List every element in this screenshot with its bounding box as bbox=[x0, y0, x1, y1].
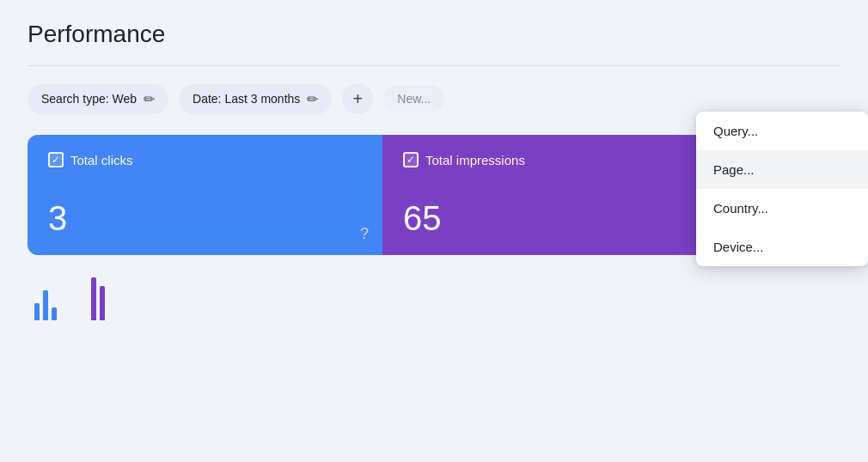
new-button-label: New... bbox=[397, 92, 431, 106]
filter-bar: Search type: Web ✏ Date: Last 3 months ✏… bbox=[28, 83, 840, 114]
metric-card-total-impressions: ✓ Total impressions 65 ? bbox=[382, 135, 737, 255]
search-type-label: Search type: Web bbox=[41, 92, 137, 106]
clicks-help-icon[interactable]: ? bbox=[360, 225, 369, 243]
dropdown-item-page[interactable]: Page... bbox=[696, 150, 868, 189]
clicks-checkmark: ✓ bbox=[52, 155, 60, 165]
metric-header-impressions: ✓ Total impressions bbox=[403, 152, 717, 167]
page-container: Performance Search type: Web ✏ Date: Las… bbox=[0, 0, 868, 341]
clicks-checkbox[interactable]: ✓ bbox=[48, 152, 64, 167]
metric-header-clicks: ✓ Total clicks bbox=[48, 152, 362, 167]
chart-bar bbox=[52, 307, 57, 320]
divider bbox=[28, 65, 840, 66]
chart-group-2 bbox=[91, 277, 105, 320]
chart-bar bbox=[43, 290, 48, 320]
dropdown-menu: Query... Page... Country... Device... bbox=[696, 112, 868, 266]
clicks-label: Total clicks bbox=[70, 153, 133, 167]
new-button[interactable]: New... bbox=[383, 85, 444, 112]
impressions-checkbox[interactable]: ✓ bbox=[403, 152, 419, 167]
clicks-value: 3 bbox=[48, 199, 362, 238]
impressions-label: Total impressions bbox=[425, 153, 525, 167]
dropdown-item-country[interactable]: Country... bbox=[696, 189, 868, 228]
search-type-edit-icon: ✏ bbox=[144, 91, 155, 107]
date-edit-icon: ✏ bbox=[307, 91, 318, 107]
page-title: Performance bbox=[28, 21, 840, 48]
impressions-checkmark: ✓ bbox=[406, 155, 415, 165]
add-icon: + bbox=[352, 89, 363, 109]
chart-group-1 bbox=[34, 290, 57, 320]
date-label: Date: Last 3 months bbox=[193, 92, 300, 106]
chart-area bbox=[28, 269, 840, 320]
impressions-value: 65 bbox=[403, 199, 717, 238]
chart-bar bbox=[34, 303, 40, 320]
date-filter[interactable]: Date: Last 3 months ✏ bbox=[179, 84, 332, 114]
dropdown-item-device[interactable]: Device... bbox=[696, 228, 868, 266]
dropdown-item-query[interactable]: Query... bbox=[696, 112, 868, 150]
chart-bar bbox=[91, 277, 96, 320]
chart-bar bbox=[100, 286, 105, 320]
search-type-filter[interactable]: Search type: Web ✏ bbox=[28, 84, 168, 114]
add-filter-button[interactable]: + bbox=[342, 83, 373, 114]
metric-card-total-clicks: ✓ Total clicks 3 ? bbox=[28, 135, 382, 255]
